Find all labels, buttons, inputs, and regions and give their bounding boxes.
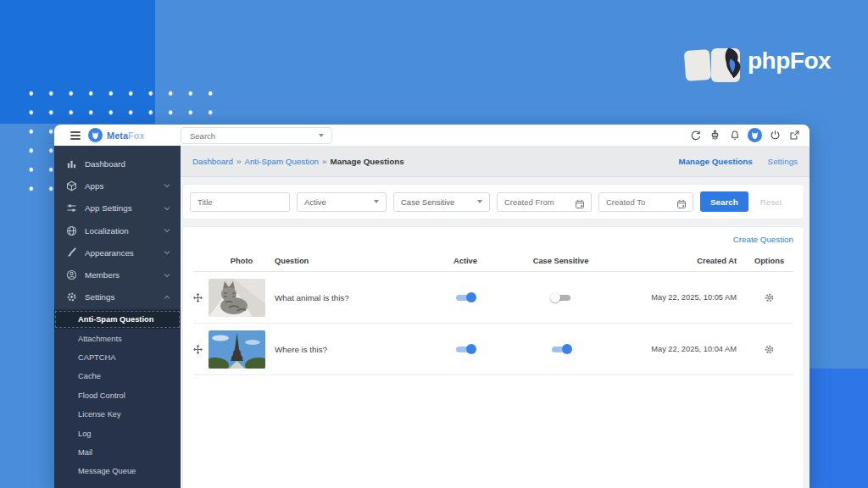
tab-manage-questions[interactable]: Manage Questions (678, 157, 752, 166)
active-toggle[interactable] (454, 343, 476, 355)
phpfox-logo-shape (684, 49, 711, 81)
active-toggle[interactable] (454, 291, 476, 303)
title-input[interactable] (191, 197, 289, 207)
submenu-item-attachments[interactable]: Attachments (54, 329, 181, 347)
submenu-item-flood-control[interactable]: Flood Control (54, 386, 181, 405)
submenu-item-license-key[interactable]: License Key (54, 405, 181, 424)
gear-icon (66, 291, 77, 302)
sidebar-item-apps[interactable]: Apps (54, 175, 181, 197)
globe-icon (66, 225, 77, 236)
breadcrumb-dashboard[interactable]: Dashboard (192, 157, 233, 166)
search-input[interactable] (181, 130, 310, 141)
submenu-item-captcha[interactable]: CAPTCHA (54, 348, 181, 367)
power-icon[interactable] (769, 129, 782, 141)
sidebar-item-dashboard[interactable]: Dashboard (54, 152, 181, 175)
calendar-icon[interactable] (676, 197, 687, 213)
filter-card: Active Case Sensitive Search Reset (183, 185, 804, 219)
tab-settings[interactable]: Settings (768, 157, 798, 166)
chevron-down-icon (374, 200, 379, 203)
question-text: Where is this? (275, 345, 419, 354)
submenu-item-message-queue[interactable]: Message Queue (54, 462, 181, 480)
sidebar-item-label: Dashboard (85, 159, 170, 169)
table-header-row: Photo Question Active Case Sensitive Cre… (193, 251, 793, 272)
created-to-field[interactable] (598, 192, 693, 212)
chevron-down-icon (164, 183, 170, 188)
case-sensitive-toggle[interactable] (550, 291, 572, 303)
sidebar-item-label: Apps (85, 181, 164, 191)
phpfox-logo: phpFox (683, 45, 836, 84)
topbar-actions (689, 125, 801, 146)
breadcrumb-current: Manage Questions (331, 157, 404, 166)
chevron-up-icon (164, 295, 170, 300)
sidebar-item-app-settings[interactable]: App Settings (54, 197, 181, 219)
active-filter-select[interactable]: Active (297, 192, 387, 212)
title-filter-field[interactable] (190, 192, 290, 212)
submenu-item-cache[interactable]: Cache (54, 367, 181, 385)
col-question: Question (275, 257, 419, 265)
menu-icon[interactable] (70, 131, 81, 141)
metafox-fox-icon (88, 128, 103, 142)
active-select-value: Active (304, 197, 326, 207)
submenu-item-mail[interactable]: Mail (54, 443, 181, 462)
case-sensitive-filter-select[interactable]: Case Sensitive (393, 192, 490, 212)
global-search[interactable] (181, 127, 332, 144)
page-tabs: Manage Questions Settings (678, 157, 798, 166)
sidebar-item-settings[interactable]: Settings (54, 286, 181, 308)
chevron-down-icon (477, 200, 482, 203)
top-bar: MetaFox (54, 125, 810, 146)
created-at-value: May 22, 2025, 10:05 AM (609, 293, 745, 302)
breadcrumb-anti-spam-question[interactable]: Anti-Spam Question (244, 157, 319, 166)
clear-cache-brush-icon[interactable] (709, 129, 721, 141)
user-avatar[interactable] (748, 128, 762, 142)
phpfox-fox-icon (722, 47, 744, 80)
apps-icon (66, 180, 77, 191)
notifications-bell-icon[interactable] (728, 129, 741, 141)
search-button[interactable]: Search (700, 191, 748, 212)
sidebar-item-localization[interactable]: Localization (54, 219, 181, 241)
calendar-icon[interactable] (575, 197, 585, 213)
cat-photo (209, 279, 265, 317)
metafox-brand[interactable]: MetaFox (88, 128, 145, 142)
admin-window: MetaFox (54, 125, 810, 488)
chevron-down-icon (319, 134, 324, 137)
case-sensitive-toggle[interactable] (550, 343, 572, 355)
reset-button[interactable]: Reset (760, 197, 782, 207)
table-row: Where is this? May 22, 2025, 10:04 AM (193, 324, 793, 375)
chevron-down-icon (164, 206, 170, 211)
refresh-icon[interactable] (689, 129, 702, 141)
breadcrumb-bar: Dashboard » Anti-Spam Question » Manage … (181, 146, 810, 177)
created-at-value: May 22, 2025, 10:04 AM (609, 345, 745, 353)
drag-handle-icon[interactable] (193, 345, 209, 354)
col-photo: Photo (209, 257, 275, 265)
sidebar-item-appearances[interactable]: Appearances (54, 241, 181, 263)
external-link-icon[interactable] (788, 129, 801, 141)
breadcrumb-separator: » (322, 157, 326, 166)
created-to-input[interactable] (599, 197, 672, 207)
options-gear-icon[interactable] (745, 344, 793, 355)
created-from-field[interactable] (497, 192, 592, 212)
sidebar-item-label: App Settings (85, 203, 164, 213)
sidebar-item-label: Localization (85, 226, 164, 236)
sidebar-item-label: Settings (85, 292, 164, 302)
paintbrush-icon (66, 247, 77, 258)
member-icon (66, 269, 77, 280)
case-sensitive-select-value: Case Sensitive (401, 197, 454, 207)
phpfox-logo-text: phpFox (748, 47, 831, 75)
chevron-down-icon (164, 250, 170, 255)
chevron-down-icon (164, 228, 170, 233)
options-gear-icon[interactable] (745, 292, 793, 303)
drag-handle-icon[interactable] (193, 293, 209, 302)
col-case-sensitive: Case Sensitive (512, 257, 609, 265)
create-question-link[interactable]: Create Question (733, 235, 793, 244)
sidebar-item-members[interactable]: Members (54, 263, 181, 286)
questions-table-card: Create Question Photo Question Active Ca… (183, 227, 804, 488)
submenu-item-anti-spam-question[interactable]: Anti-Spam Question (54, 310, 181, 329)
col-options: Options (745, 257, 793, 265)
table-row: What animal is this? May 22, 2025, 10:05… (193, 272, 793, 324)
created-from-input[interactable] (498, 197, 570, 207)
col-created-at: Created At (609, 257, 745, 265)
sidebar-item-label: Appearances (85, 248, 164, 258)
dashboard-icon (66, 158, 77, 169)
submenu-item-log[interactable]: Log (54, 424, 181, 442)
col-active: Active (419, 257, 512, 265)
